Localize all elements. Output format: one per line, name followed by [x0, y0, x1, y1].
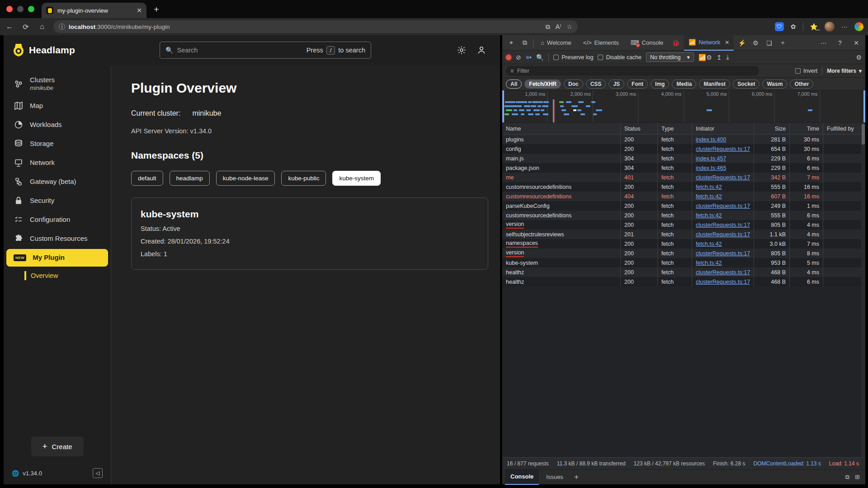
table-scrollbar[interactable] [861, 123, 865, 457]
sidebar-item-clusters[interactable]: Clustersminikube [4, 71, 111, 96]
site-info-icon[interactable]: i [59, 23, 65, 30]
type-filter-all[interactable]: All [506, 80, 522, 89]
device-toolbar-icon[interactable]: ⧉ [519, 39, 530, 47]
sidebar-item-map[interactable]: Map [4, 96, 111, 115]
dock-side-icon[interactable]: ❏ [764, 39, 774, 47]
tab-console[interactable]: ⌨Console [626, 35, 668, 51]
address-bar[interactable]: i localhost:3000/c/minikube/my-plugin ⧉ … [53, 20, 578, 33]
devtools-settings-gear-icon[interactable]: ⚙ [750, 39, 761, 47]
sidebar-item-network[interactable]: Network [4, 153, 111, 172]
filter-input[interactable]: ≡ Filter [506, 66, 759, 76]
type-filter-css[interactable]: CSS [586, 80, 606, 89]
type-filter-manifest[interactable]: Manifest [699, 80, 730, 89]
invert-checkbox[interactable]: Invert [795, 68, 817, 74]
drawer-tab-console[interactable]: Console [505, 469, 539, 485]
sidebar-subitem-overview[interactable]: Overview [4, 267, 111, 284]
initiator-link[interactable]: index.ts:400 [696, 136, 726, 143]
import-har-icon[interactable]: ↥ [717, 54, 722, 61]
initiator-link[interactable]: fetch.ts:42 [696, 212, 722, 219]
record-icon[interactable] [506, 55, 511, 60]
request-row[interactable]: customresourcedefinitions200fetchfetch.t… [502, 182, 865, 192]
type-filter-fetch-xhr[interactable]: Fetch/XHR [524, 80, 561, 89]
namespace-chip-headlamp[interactable]: headlamp [170, 171, 210, 186]
bitwarden-extension-icon[interactable]: 🛡 [775, 22, 784, 31]
type-filter-other[interactable]: Other [790, 80, 813, 89]
sidebar-item-workloads[interactable]: Workloads [4, 115, 111, 134]
table-scrollbar-thumb[interactable] [862, 124, 865, 145]
sidebar-item-configuration[interactable]: Configuration [4, 210, 111, 229]
sidebar-item-security[interactable]: Security [4, 191, 111, 210]
request-row[interactable]: healthz200fetchclusterRequests.ts:172468… [502, 277, 865, 286]
column-header-name[interactable]: Name [502, 123, 621, 134]
initiator-link[interactable]: fetch.ts:42 [696, 193, 722, 200]
reload-icon[interactable]: ⟳ [21, 23, 31, 31]
drawer-expand-icon[interactable]: ⊞ [855, 474, 860, 481]
type-filter-doc[interactable]: Doc [564, 80, 583, 89]
favorite-star-icon[interactable]: ☆ [566, 23, 572, 30]
type-filter-media[interactable]: Media [672, 80, 696, 89]
namespace-chip-kube-node-lease[interactable]: kube-node-lease [216, 171, 275, 186]
profile-avatar[interactable] [825, 22, 835, 32]
inspect-element-icon[interactable]: ⌖ [506, 39, 517, 47]
column-header-time[interactable]: Time [790, 123, 823, 134]
type-filter-js[interactable]: JS [609, 80, 624, 89]
minimize-window-button[interactable] [17, 6, 24, 12]
tab-network[interactable]: 📶Network✕ [684, 35, 734, 51]
request-row[interactable]: config200fetchclusterRequests.ts:172654 … [502, 144, 865, 154]
request-row[interactable]: package.json304fetchindex.ts:465229 B6 m… [502, 163, 865, 173]
user-account-icon[interactable] [476, 45, 486, 55]
column-header-size[interactable]: Size [754, 123, 790, 134]
network-settings-gear-icon[interactable]: ⚙ [856, 54, 862, 61]
initiator-link[interactable]: clusterRequests.ts:172 [696, 231, 750, 238]
network-overview-timeline[interactable]: 1,000 ms2,000 ms3,000 ms4,000 ms5,000 ms… [502, 90, 865, 123]
more-filters-button[interactable]: More filters▾ [827, 68, 862, 74]
column-header-status[interactable]: Status [621, 123, 658, 134]
request-row[interactable]: kube-system200fetchfetch.ts:42953 B5 ms [502, 258, 865, 267]
read-aloud-icon[interactable]: A⁾ [556, 23, 561, 30]
request-row[interactable]: selfsubjectrulesreviews201fetchclusterRe… [502, 230, 865, 239]
initiator-link[interactable]: clusterRequests.ts:172 [696, 250, 750, 257]
request-row[interactable]: version200fetchclusterRequests.ts:172805… [502, 220, 865, 230]
sidebar-item-my-plugin[interactable]: NEWMy Plugin [6, 249, 108, 267]
type-filter-socket[interactable]: Socket [733, 80, 760, 89]
timeline-right-handle[interactable] [863, 90, 865, 122]
create-button[interactable]: +Create [31, 436, 84, 456]
extensions-icon[interactable]: ✿ [791, 23, 796, 30]
collapse-sidebar-button[interactable]: ◁ [93, 468, 103, 478]
back-icon[interactable]: ← [5, 23, 14, 31]
column-header-type[interactable]: Type [658, 123, 692, 134]
request-row[interactable]: namespaces200fetchfetch.ts:423.0 kB7 ms [502, 239, 865, 249]
request-row[interactable]: main.js304fetchindex.ts:457229 B6 ms [502, 154, 865, 163]
sidebar-item-custom-resources[interactable]: Custom Resources [4, 229, 111, 248]
split-screen-icon[interactable]: ⧉ [546, 23, 550, 31]
type-filter-img[interactable]: Img [651, 80, 669, 89]
namespace-chip-kube-system[interactable]: kube-system [332, 171, 381, 186]
close-window-button[interactable] [6, 6, 13, 12]
timeline-left-handle[interactable] [502, 90, 504, 122]
type-filter-wasm[interactable]: Wasm [762, 80, 787, 89]
add-tool-icon[interactable]: ＋ [777, 39, 788, 47]
copilot-icon[interactable] [854, 22, 863, 31]
request-row[interactable]: healthz200fetchclusterRequests.ts:172468… [502, 267, 865, 277]
namespace-chip-kube-public[interactable]: kube-public [281, 171, 326, 186]
devtools-more-icon[interactable]: ⋯ [818, 39, 829, 47]
tab-elements[interactable]: </>Elements [579, 35, 623, 51]
initiator-link[interactable]: clusterRequests.ts:172 [696, 174, 750, 181]
column-header-initiator[interactable]: Initiator [692, 123, 754, 134]
initiator-link[interactable]: index.ts:465 [696, 165, 726, 171]
drawer-add-tab-icon[interactable]: + [571, 473, 582, 482]
devtools-close-icon[interactable]: ✕ [851, 39, 862, 47]
collections-icon[interactable]: ⭐̲ [810, 23, 818, 30]
drawer-dock-icon[interactable]: ⧉ [845, 474, 849, 481]
request-row[interactable]: parseKubeConfig200fetchclusterRequests.t… [502, 201, 865, 211]
debugger-bug-icon[interactable]: 🐞 [670, 39, 681, 47]
tab-close-icon[interactable]: ✕ [137, 7, 142, 14]
network-conditions-icon[interactable]: 📶⚙ [698, 54, 712, 61]
new-tab-button[interactable]: + [154, 5, 159, 15]
request-row[interactable]: plugins200fetchindex.ts:400281 B30 ms [502, 135, 865, 144]
initiator-link[interactable]: index.ts:457 [696, 155, 726, 162]
initiator-link[interactable]: fetch.ts:42 [696, 241, 722, 247]
initiator-link[interactable]: fetch.ts:42 [696, 184, 722, 190]
namespace-chip-default[interactable]: default [131, 171, 163, 186]
activity-icon[interactable]: ⚡ [736, 39, 747, 47]
